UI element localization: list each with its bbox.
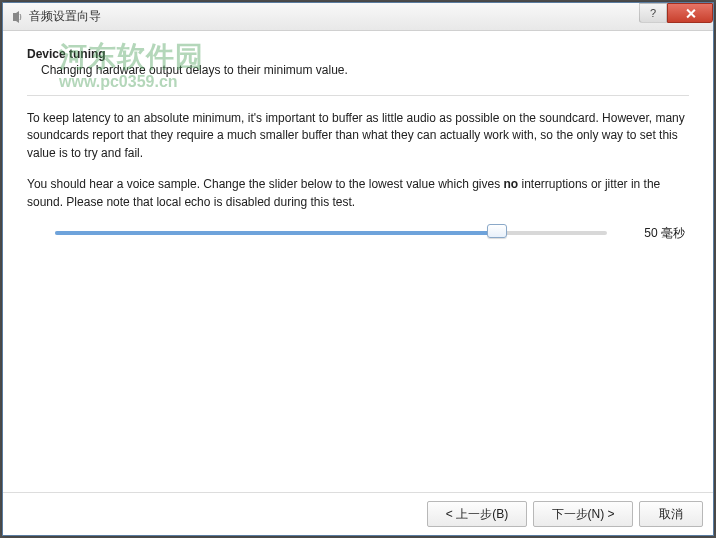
divider: [27, 95, 689, 96]
slider-thumb[interactable]: [487, 224, 507, 238]
close-icon: [685, 8, 696, 19]
wizard-window: 音频设置向导 ? 河东软件园 www.pc0359.cn Device tuni…: [2, 2, 714, 536]
footer-buttons: < 上一步(B) 下一步(N) > 取消: [3, 492, 713, 535]
para2-part-a: You should hear a voice sample. Change t…: [27, 177, 504, 191]
latency-slider-row: 50 毫秒: [55, 225, 685, 242]
section-subtitle: Changing hardware output delays to their…: [41, 63, 689, 77]
section-title: Device tuning: [27, 47, 689, 61]
close-button[interactable]: [667, 3, 713, 23]
instruction-para-2: You should hear a voice sample. Change t…: [27, 176, 689, 211]
app-icon: [9, 9, 25, 25]
para2-bold: no: [504, 177, 519, 191]
window-title: 音频设置向导: [29, 8, 101, 25]
back-button[interactable]: < 上一步(B): [427, 501, 527, 527]
slider-value-label: 50 毫秒: [625, 225, 685, 242]
titlebar-buttons: ?: [639, 3, 713, 23]
next-button[interactable]: 下一步(N) >: [533, 501, 633, 527]
cancel-button[interactable]: 取消: [639, 501, 703, 527]
instruction-para-1: To keep latency to an absolute minimum, …: [27, 110, 689, 162]
slider-fill: [55, 231, 497, 235]
latency-slider[interactable]: [55, 231, 607, 235]
titlebar: 音频设置向导 ?: [3, 3, 713, 31]
help-button[interactable]: ?: [639, 3, 667, 23]
content-area: 河东软件园 www.pc0359.cn Device tuning Changi…: [3, 31, 713, 492]
